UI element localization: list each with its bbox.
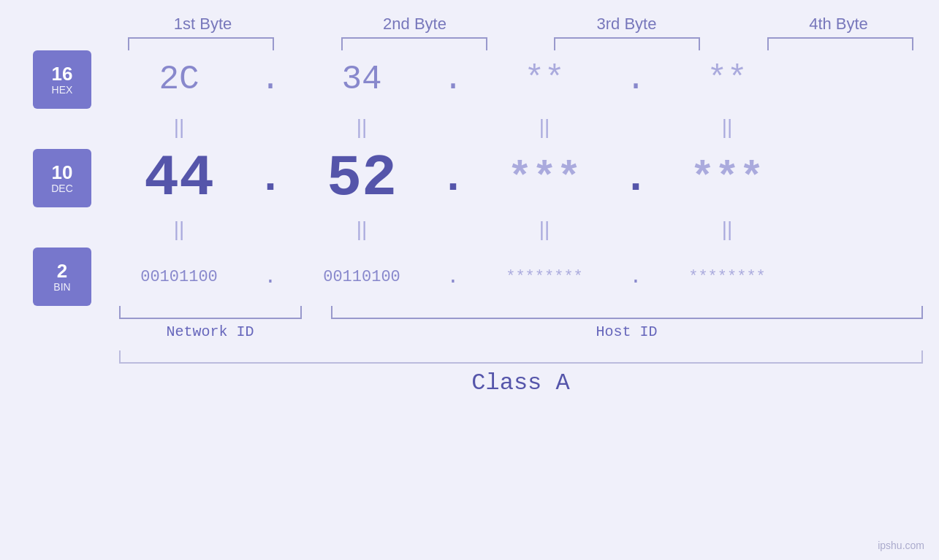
bin-b2: 00110100 [285, 268, 438, 286]
dec-b3: *** [468, 155, 621, 202]
dec-dot1: . [256, 153, 285, 203]
bottom-section: Network ID Host ID [119, 306, 923, 340]
bin-b3: ******** [468, 268, 621, 286]
eq1-b2: || [285, 115, 438, 139]
bin-badge: 2 BIN [33, 248, 91, 306]
hex-eq-spacer [33, 109, 102, 145]
all-rows: 2C . 34 . ** . ** [102, 50, 906, 306]
bracket-byte2 [341, 37, 487, 50]
bin-b4: ******** [650, 268, 804, 286]
dec-b4: *** [650, 155, 804, 202]
eq1-b3: || [468, 115, 621, 139]
eq2-b4: || [650, 218, 804, 241]
bin-row: 00101100 . 00110100 . ******** . [102, 248, 906, 306]
hex-badge: 16 HEX [33, 50, 91, 109]
dec-row: 44 . 52 . *** . *** [102, 145, 906, 211]
bin-base: BIN [53, 281, 70, 293]
bracket-byte3 [554, 37, 700, 50]
eq2-b1: || [102, 218, 256, 241]
bracket-byte1 [128, 37, 274, 50]
class-bracket [119, 350, 923, 364]
host-id-label: Host ID [331, 323, 923, 340]
bin-dot1: . [256, 266, 285, 288]
bottom-labels-row: Network ID Host ID [119, 323, 923, 340]
hex-dot3: . [621, 61, 650, 99]
class-label: Class A [119, 369, 923, 396]
main-container: 1st Byte 2nd Byte 3rd Byte 4th Byte 16 H… [0, 0, 939, 560]
hex-dot1: . [256, 61, 285, 99]
sep-row-2: || || || || [102, 211, 906, 248]
rows-wrapper: 16 HEX 10 DEC 2 BIN [0, 50, 939, 306]
dec-b1: 44 [102, 145, 256, 212]
byte1-header: 1st Byte [126, 15, 280, 34]
eq2-b3: || [468, 218, 621, 241]
dec-badge-wrapper: 10 DEC [33, 145, 102, 211]
hex-base: HEX [52, 84, 73, 96]
dec-base: DEC [51, 183, 73, 194]
top-brackets [119, 37, 923, 50]
bracket-network [119, 306, 302, 319]
hex-row: 2C . 34 . ** . ** [102, 50, 906, 109]
bin-badge-wrapper: 2 BIN [33, 248, 102, 306]
eq2-b2: || [285, 218, 438, 241]
hex-b3: ** [468, 61, 621, 99]
hex-dot2: . [438, 61, 468, 99]
dec-dot3: . [621, 153, 650, 203]
dec-dot2: . [438, 153, 468, 203]
hex-badge-wrapper: 16 HEX [33, 50, 102, 109]
dec-eq-spacer [33, 211, 102, 248]
dec-b2: 52 [285, 145, 438, 212]
dec-num: 10 [52, 162, 73, 183]
labels-column: 16 HEX 10 DEC 2 BIN [0, 50, 102, 306]
bin-num: 2 [57, 261, 67, 282]
byte2-header: 2nd Byte [338, 15, 492, 34]
byte-headers-row: 1st Byte 2nd Byte 3rd Byte 4th Byte [119, 15, 923, 34]
class-section: Class A [119, 350, 923, 396]
hex-b4: ** [650, 61, 804, 99]
dec-badge: 10 DEC [33, 149, 91, 207]
eq1-b4: || [650, 115, 804, 139]
bottom-brackets-row [119, 306, 923, 319]
hex-b2: 34 [285, 61, 438, 99]
hex-b1: 2C [102, 61, 256, 99]
bin-dot3: . [621, 266, 650, 288]
bin-dot2: . [438, 266, 468, 288]
bin-b1: 00101100 [102, 268, 256, 286]
eq1-b1: || [102, 115, 256, 139]
watermark: ipshu.com [878, 540, 924, 551]
sep-row-1: || || || || [102, 109, 906, 145]
byte4-header: 4th Byte [762, 15, 916, 34]
hex-num: 16 [52, 64, 73, 85]
network-id-label: Network ID [119, 323, 302, 340]
bracket-host [331, 306, 923, 319]
bracket-byte4 [767, 37, 913, 50]
byte3-header: 3rd Byte [550, 15, 704, 34]
